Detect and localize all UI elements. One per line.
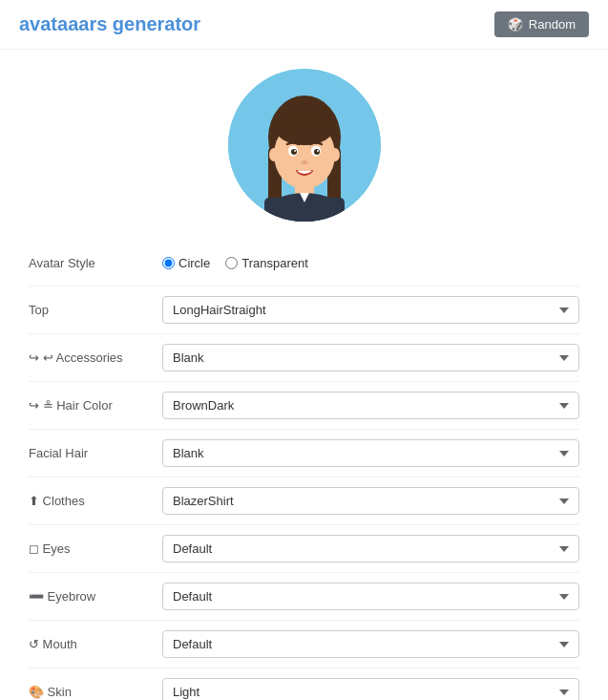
app-title: avataaars generator: [19, 13, 200, 35]
svg-point-15: [294, 150, 296, 152]
mouth-row: ↺ MouthDefaultConcernedDisbeliefEatingGr…: [29, 621, 579, 668]
circle-label: Circle: [178, 256, 210, 270]
accessories-row: ↪ ↩ AccessoriesBlankKurtPrescription01Pr…: [29, 334, 579, 382]
clothes-label: ⬆ Clothes: [29, 494, 162, 508]
circle-option[interactable]: Circle: [162, 256, 210, 270]
hair-color-row: ↪ ≗ Hair ColorAuburnBlackBlondeBlondeGol…: [29, 382, 579, 430]
skin-label: 🎨 Skin: [29, 685, 162, 699]
clothes-input-wrapper: BlazerShirtBlazerSweaterCollarSweaterGra…: [162, 487, 579, 515]
accessories-select[interactable]: BlankKurtPrescription01Prescription02Rou…: [162, 344, 579, 371]
top-row: TopLongHairStraightLongHairBigHairShortH…: [29, 286, 579, 334]
facial-hair-label: Facial Hair: [29, 446, 162, 460]
svg-point-17: [301, 160, 307, 164]
mouth-label: ↺ Mouth: [29, 637, 162, 651]
svg-point-19: [330, 148, 340, 161]
transparent-label: Transparent: [241, 256, 308, 270]
mouth-input-wrapper: DefaultConcernedDisbeliefEatingGrimaceSa…: [162, 630, 579, 658]
header: avataaars generator 🎲 Random: [0, 0, 608, 50]
hair-color-label: ↪ ≗ Hair Color: [29, 398, 162, 413]
eyebrow-select[interactable]: DefaultAngryAngryNaturalDefaultNaturalFl…: [162, 583, 579, 610]
skin-input-wrapper: TannedYellowPaleLightBrownDarkBrownBlack: [162, 678, 579, 700]
svg-point-18: [269, 148, 279, 161]
eyebrow-input-wrapper: DefaultAngryAngryNaturalDefaultNaturalFl…: [162, 583, 579, 610]
eyes-label: ◻ Eyes: [29, 541, 162, 556]
avatar-style-row: Avatar Style Circle Transparent: [29, 241, 579, 286]
eyebrow-row: ➖ EyebrowDefaultAngryAngryNaturalDefault…: [29, 573, 579, 621]
clothes-select[interactable]: BlazerShirtBlazerSweaterCollarSweaterGra…: [162, 487, 579, 515]
eyes-row: ◻ EyesDefaultCloseCryDizzyEyeRollHappyHe…: [29, 525, 579, 573]
accessories-input-wrapper: BlankKurtPrescription01Prescription02Rou…: [162, 344, 579, 371]
hair-color-select[interactable]: AuburnBlackBlondeBlondeGoldenBrownBrownD…: [162, 392, 579, 419]
eyes-select[interactable]: DefaultCloseCryDizzyEyeRollHappyHeartsSi…: [162, 535, 579, 562]
eyebrow-label: ➖ Eyebrow: [29, 589, 162, 604]
transparent-radio[interactable]: [225, 257, 238, 269]
svg-point-10: [278, 108, 331, 135]
circle-radio[interactable]: [162, 257, 175, 269]
top-input-wrapper: LongHairStraightLongHairBigHairShortHair…: [162, 296, 579, 324]
avatar-preview: [228, 69, 381, 222]
svg-point-16: [317, 150, 319, 152]
top-label: Top: [29, 303, 162, 317]
random-button[interactable]: 🎲 Random: [494, 11, 589, 37]
facial-hair-input-wrapper: BlankBeardLightBeardMagesticBeardMediumM…: [162, 439, 579, 467]
facial-hair-row: Facial HairBlankBeardLightBeardMagesticB…: [29, 430, 579, 477]
mouth-select[interactable]: DefaultConcernedDisbeliefEatingGrimaceSa…: [162, 630, 579, 658]
accessories-label: ↪ ↩ Accessories: [29, 350, 162, 365]
skin-row: 🎨 SkinTannedYellowPaleLightBrownDarkBrow…: [29, 668, 579, 700]
clothes-row: ⬆ ClothesBlazerShirtBlazerSweaterCollarS…: [29, 477, 579, 525]
svg-point-13: [291, 149, 297, 155]
top-select[interactable]: LongHairStraightLongHairBigHairShortHair…: [162, 296, 579, 324]
avatar-style-label: Avatar Style: [29, 256, 162, 270]
avatar-style-input: Circle Transparent: [162, 256, 579, 270]
transparent-option[interactable]: Transparent: [225, 256, 308, 270]
facial-hair-select[interactable]: BlankBeardLightBeardMagesticBeardMediumM…: [162, 439, 579, 467]
dice-icon: 🎲: [508, 17, 523, 32]
avatar-section: [0, 50, 608, 231]
hair-color-input-wrapper: AuburnBlackBlondeBlondeGoldenBrownBrownD…: [162, 392, 579, 419]
random-button-label: Random: [529, 17, 576, 32]
skin-select[interactable]: TannedYellowPaleLightBrownDarkBrownBlack: [162, 678, 579, 700]
eyes-input-wrapper: DefaultCloseCryDizzyEyeRollHappyHeartsSi…: [162, 535, 579, 562]
controls-section: Avatar Style Circle Transparent TopLongH…: [0, 231, 608, 700]
svg-point-14: [314, 149, 320, 155]
